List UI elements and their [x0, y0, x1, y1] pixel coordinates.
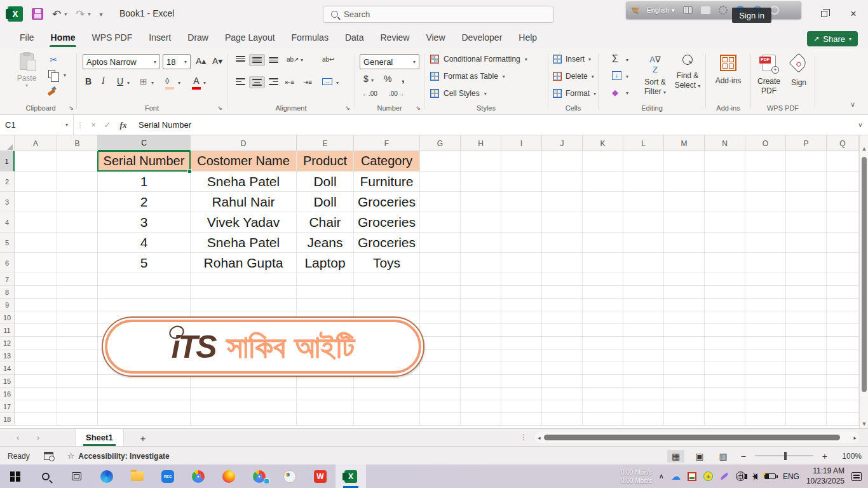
cell-M14[interactable] [664, 362, 705, 375]
taskbar-task-view[interactable] [61, 464, 92, 488]
cell-O2[interactable] [745, 172, 786, 192]
cell-Q15[interactable] [827, 375, 859, 388]
cell-A5[interactable] [15, 233, 57, 253]
cell-G9[interactable] [420, 299, 461, 311]
cell-G16[interactable] [420, 388, 461, 400]
accessibility-status[interactable]: ☆ Accessibility: Investigate [67, 451, 170, 461]
input-language[interactable]: ENG [783, 472, 799, 481]
avro-close-icon[interactable] [770, 6, 779, 15]
cell-N8[interactable] [705, 286, 745, 299]
zoom-in-button[interactable]: + [820, 451, 830, 461]
next-sheet-icon[interactable]: › [37, 433, 39, 442]
cell-P2[interactable] [786, 172, 827, 192]
cell-H13[interactable] [461, 349, 501, 362]
share-button[interactable]: ↗ Share ▾ [807, 31, 858, 46]
add-sheet-button[interactable]: + [137, 431, 149, 444]
cell-O6[interactable] [745, 253, 786, 273]
sheet-tab-sheet1[interactable]: Sheet1 [75, 429, 124, 446]
scrollbar-resize-grip-icon[interactable]: ⋮ [520, 433, 528, 442]
tab-help[interactable]: Help [510, 29, 545, 47]
tab-view[interactable]: View [417, 29, 453, 47]
fill-color-chevron-icon[interactable]: ▾ [178, 80, 180, 86]
column-header-N[interactable]: N [705, 135, 745, 151]
cell-L8[interactable] [623, 286, 664, 299]
cell-I1[interactable] [501, 151, 542, 172]
save-icon[interactable] [32, 8, 43, 20]
cell-P12[interactable] [786, 337, 827, 349]
align-top-button[interactable] [233, 54, 248, 65]
avro-bengali-icon[interactable]: অ [632, 4, 638, 16]
cell-J1[interactable] [542, 151, 583, 172]
cell-B13[interactable] [57, 349, 98, 362]
cell-H12[interactable] [461, 337, 501, 349]
row-header-15[interactable]: 15 [0, 375, 15, 388]
column-header-F[interactable]: F [354, 135, 420, 151]
cell-A14[interactable] [15, 362, 57, 375]
font-color-button[interactable]: A [192, 75, 201, 90]
cell-I11[interactable] [501, 324, 542, 337]
cell-P13[interactable] [786, 349, 827, 362]
underline-button[interactable]: U [117, 76, 123, 86]
cell-P5[interactable] [786, 233, 827, 253]
cell-J14[interactable] [542, 362, 583, 375]
cell-B8[interactable] [57, 286, 98, 299]
cell-E16[interactable] [297, 388, 354, 400]
conditional-formatting-button[interactable]: Conditional Formatting ▾ [430, 55, 527, 64]
paste-button[interactable]: Paste ▾ [13, 53, 41, 88]
cell-F6[interactable]: Toys [354, 253, 420, 273]
cell-J7[interactable] [542, 273, 583, 286]
cell-O15[interactable] [745, 375, 786, 388]
cell-A9[interactable] [15, 299, 57, 311]
row-header-18[interactable]: 18 [0, 413, 15, 426]
cell-Q10[interactable] [827, 311, 859, 324]
column-header-B[interactable]: B [57, 135, 98, 151]
cell-G13[interactable] [420, 349, 461, 362]
row-header-17[interactable]: 17 [0, 400, 15, 413]
cell-G8[interactable] [420, 286, 461, 299]
cell-P14[interactable] [786, 362, 827, 375]
cell-C18[interactable] [98, 413, 191, 426]
clipboard-dialog-launcher-icon[interactable]: ⇘ [69, 105, 74, 111]
cell-J3[interactable] [542, 192, 583, 212]
macro-record-icon[interactable] [44, 452, 53, 460]
cell-L16[interactable] [623, 388, 664, 400]
prev-sheet-icon[interactable]: ‹ [17, 433, 19, 442]
cell-H8[interactable] [461, 286, 501, 299]
cell-M1[interactable] [664, 151, 705, 172]
cell-H10[interactable] [461, 311, 501, 324]
tab-file[interactable]: File [11, 29, 43, 47]
row-header-10[interactable]: 10 [0, 311, 15, 324]
cell-H4[interactable] [461, 212, 501, 233]
cell-K12[interactable] [583, 337, 623, 349]
cell-G1[interactable] [420, 151, 461, 172]
cell-A17[interactable] [15, 400, 57, 413]
cut-button[interactable]: ✂ [47, 55, 60, 65]
cell-C3[interactable]: 2 [98, 192, 191, 212]
cell-E18[interactable] [297, 413, 354, 426]
undo-icon[interactable]: ↶ [52, 8, 61, 21]
insert-function-icon[interactable]: fx [116, 115, 131, 135]
cell-I9[interactable] [501, 299, 542, 311]
cell-K14[interactable] [583, 362, 623, 375]
cell-D1[interactable]: Costomer Name [191, 151, 297, 172]
zoom-slider-thumb[interactable] [784, 452, 787, 460]
volume-icon[interactable] [752, 473, 757, 480]
autosum-button[interactable]: Σ [612, 53, 618, 65]
cell-P6[interactable] [786, 253, 827, 273]
cell-C1[interactable]: Serial Number [98, 151, 191, 172]
number-dialog-launcher-icon[interactable]: ⇘ [416, 105, 421, 111]
format-cells-button[interactable]: Format ▾ [553, 89, 596, 98]
row-header-9[interactable]: 9 [0, 299, 15, 311]
cell-J16[interactable] [542, 388, 583, 400]
formula-input[interactable]: Serial Number [139, 115, 191, 135]
scroll-right-icon[interactable]: ▸ [853, 435, 857, 441]
cell-D4[interactable]: Vivek Yadav [191, 212, 297, 233]
cell-A13[interactable] [15, 349, 57, 362]
cell-H18[interactable] [461, 413, 501, 426]
row-header-5[interactable]: 5 [0, 233, 15, 253]
font-dialog-launcher-icon[interactable]: ⇘ [217, 105, 222, 111]
sakib-it-logo[interactable]: iTS সাকিব আইটি [102, 316, 424, 377]
cell-K16[interactable] [583, 388, 623, 400]
cell-B9[interactable] [57, 299, 98, 311]
shrink-font-button[interactable]: A▾ [212, 56, 222, 66]
